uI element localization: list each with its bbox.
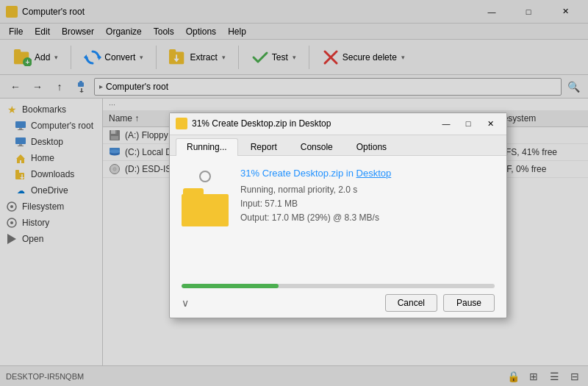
svg-rect-45: [177, 120, 181, 122]
modal-tab-console[interactable]: Console: [290, 138, 344, 155]
modal-content: 31% Create Desktop.zip in Desktop Runnin…: [240, 168, 495, 266]
modal-footer: ∨ Cancel Pause: [170, 278, 506, 318]
modal-folder-icon: [182, 188, 229, 226]
modal-left-panel: [182, 168, 229, 266]
modal-overlay: 31% Create Desktop.zip in Desktop — □ ✕ …: [0, 0, 588, 386]
modal-info-line3: Output: 17.0 MB (29%) @ 8.3 MB/s: [240, 211, 495, 225]
modal-title-bar: 31% Create Desktop.zip in Desktop — □ ✕: [170, 113, 506, 135]
modal-dialog: 31% Create Desktop.zip in Desktop — □ ✕ …: [169, 112, 507, 318]
modal-tabs: Running... Report Console Options: [170, 135, 506, 156]
modal-tab-report[interactable]: Report: [240, 138, 288, 155]
modal-close-button[interactable]: ✕: [480, 115, 501, 132]
modal-controls: — □ ✕: [436, 115, 501, 132]
modal-body: 31% Create Desktop.zip in Desktop Runnin…: [170, 156, 506, 278]
modal-tab-running[interactable]: Running...: [176, 138, 238, 156]
modal-maximize-button[interactable]: □: [458, 115, 478, 132]
folder-body: [182, 194, 229, 226]
svg-rect-44: [177, 121, 186, 127]
modal-title-text-part: 31% Create Desktop.zip in: [240, 168, 356, 179]
modal-progress-fill: [182, 284, 279, 288]
modal-minimize-button[interactable]: —: [436, 115, 456, 132]
modal-actions: ∨ Cancel Pause: [182, 294, 495, 312]
modal-desktop-link[interactable]: Desktop: [356, 168, 392, 179]
modal-radio-button[interactable]: [199, 171, 211, 182]
modal-info-line2: Input: 57.1 MB: [240, 197, 495, 211]
cancel-button[interactable]: Cancel: [385, 294, 437, 312]
modal-tab-options[interactable]: Options: [345, 138, 398, 155]
modal-collapse-button[interactable]: ∨: [182, 297, 189, 309]
modal-operation-title: 31% Create Desktop.zip in Desktop: [240, 168, 495, 179]
modal-progress-bar: [182, 284, 495, 288]
modal-app-icon: [176, 118, 187, 129]
modal-info-line1: Running, normal priority, 2.0 s: [240, 183, 495, 197]
modal-title: 31% Create Desktop.zip in Desktop: [192, 118, 436, 129]
pause-button[interactable]: Pause: [443, 294, 495, 312]
